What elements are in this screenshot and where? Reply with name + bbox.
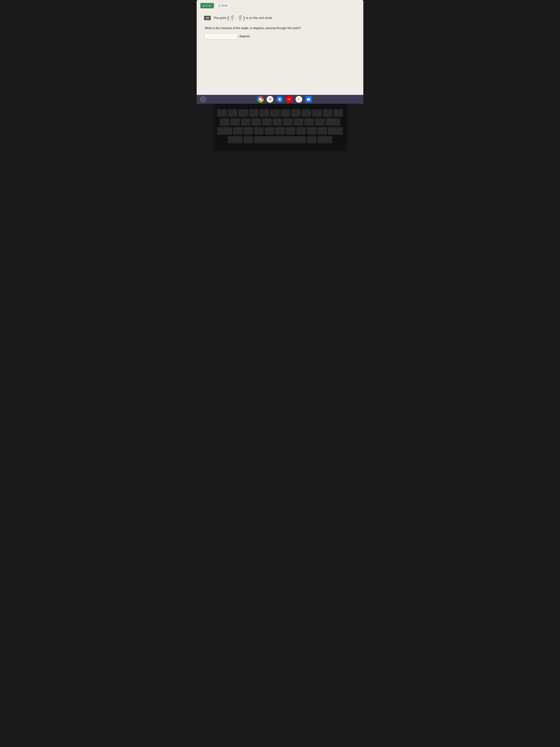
- fraction2: √2 2: [238, 15, 242, 21]
- question-container: 15 The point ( √2 2 , √2 2 ) is: [201, 13, 359, 41]
- key-space[interactable]: [254, 136, 306, 144]
- key-j[interactable]: [283, 118, 293, 126]
- stop-button[interactable]: STOP: [215, 3, 230, 8]
- key-y[interactable]: [270, 109, 279, 117]
- key-enter[interactable]: [325, 118, 340, 126]
- key-x[interactable]: [243, 127, 253, 135]
- stop-icon: [218, 4, 220, 7]
- svg-rect-2: [279, 99, 281, 100]
- key-k[interactable]: [294, 118, 303, 126]
- fraction2-denominator: 2: [239, 18, 241, 21]
- key-shift-l[interactable]: [217, 127, 232, 135]
- fraction1-denominator: 2: [231, 18, 234, 21]
- key-ctrl-r[interactable]: [317, 136, 332, 144]
- key-w[interactable]: [228, 109, 237, 117]
- play-store-svg: [297, 97, 301, 102]
- docs-icon[interactable]: [276, 96, 283, 103]
- taskbar-icons: M: [257, 96, 312, 103]
- key-ctrl[interactable]: [228, 136, 243, 144]
- key-l[interactable]: [304, 118, 314, 126]
- keyboard-row-4: [228, 136, 332, 144]
- key-q[interactable]: [217, 109, 227, 117]
- key-r[interactable]: [249, 109, 259, 117]
- key-b[interactable]: [275, 127, 285, 135]
- key-h[interactable]: [273, 118, 282, 126]
- docs-svg: [278, 98, 282, 101]
- svg-rect-9: [307, 98, 308, 99]
- gmail-icon[interactable]: M: [267, 96, 273, 103]
- key-a[interactable]: [220, 118, 230, 126]
- key-i[interactable]: [291, 109, 301, 117]
- stop-label: STOP: [221, 4, 228, 7]
- keyboard-row-2: [220, 118, 340, 126]
- key-z[interactable]: [233, 127, 243, 135]
- fraction1: √2 2: [230, 15, 234, 21]
- question-header: 15 The point ( √2 2 , √2 2 ) is: [204, 15, 356, 21]
- key-g[interactable]: [262, 118, 272, 126]
- play-store-icon[interactable]: [296, 96, 302, 103]
- taskbar: M: [197, 95, 363, 104]
- key-p[interactable]: [312, 109, 322, 117]
- close-paren: ): [243, 15, 245, 21]
- key-m[interactable]: [296, 127, 306, 135]
- key-alt-r[interactable]: [307, 136, 317, 144]
- fraction2-numerator: √2: [238, 15, 242, 18]
- question-text: The point ( √2 2 , √2 2 ) is on the unit…: [213, 15, 273, 21]
- key-v[interactable]: [265, 127, 274, 135]
- keyboard-row-1: [217, 109, 343, 117]
- files-icon[interactable]: [305, 96, 312, 103]
- key-u[interactable]: [281, 109, 290, 117]
- key-alt[interactable]: [243, 136, 253, 144]
- key-period[interactable]: [317, 127, 327, 135]
- question-prefix: The point: [213, 16, 226, 20]
- youtube-icon[interactable]: [286, 96, 293, 103]
- laptop-screen: PLAY STOP 15 The point ( √2 2: [197, 0, 363, 104]
- key-s[interactable]: [230, 118, 240, 126]
- keyboard-area: [214, 104, 347, 151]
- key-bracket-r[interactable]: [334, 109, 343, 117]
- youtube-svg: [287, 97, 292, 102]
- fraction1-numerator: √2: [230, 15, 234, 18]
- question-number: 15: [204, 16, 211, 20]
- key-shift-r[interactable]: [328, 127, 343, 135]
- files-svg: [306, 97, 311, 101]
- play-label: PLAY: [205, 4, 211, 7]
- key-n[interactable]: [286, 127, 295, 135]
- comma-separator: ,: [236, 16, 237, 20]
- sub-question: What is the measure of the angle, in deg…: [204, 26, 356, 30]
- key-d[interactable]: [241, 118, 250, 126]
- key-c[interactable]: [254, 127, 264, 135]
- screen-content: PLAY STOP 15 The point ( √2 2: [197, 0, 363, 95]
- answer-input[interactable]: [204, 33, 237, 40]
- toolbar: PLAY STOP: [201, 3, 359, 8]
- svg-rect-1: [279, 99, 281, 99]
- taskbar-circle-button[interactable]: [201, 97, 206, 102]
- question-suffix: is on the unit circle.: [246, 16, 273, 20]
- play-button[interactable]: PLAY: [201, 3, 214, 8]
- key-semi[interactable]: [315, 118, 324, 126]
- key-comma[interactable]: [307, 127, 317, 135]
- svg-rect-3: [279, 100, 280, 100]
- open-paren: (: [228, 15, 229, 21]
- key-t[interactable]: [260, 109, 269, 117]
- key-f[interactable]: [251, 118, 261, 126]
- key-o[interactable]: [302, 109, 311, 117]
- play-icon: [203, 4, 205, 7]
- key-bracket-l[interactable]: [323, 109, 332, 117]
- circle-icon: [202, 98, 204, 100]
- keyboard-row-3: [217, 127, 343, 135]
- degrees-label: degrees: [239, 35, 250, 38]
- answer-row: degrees: [204, 33, 356, 40]
- key-e[interactable]: [238, 109, 248, 117]
- chrome-icon[interactable]: [257, 96, 264, 103]
